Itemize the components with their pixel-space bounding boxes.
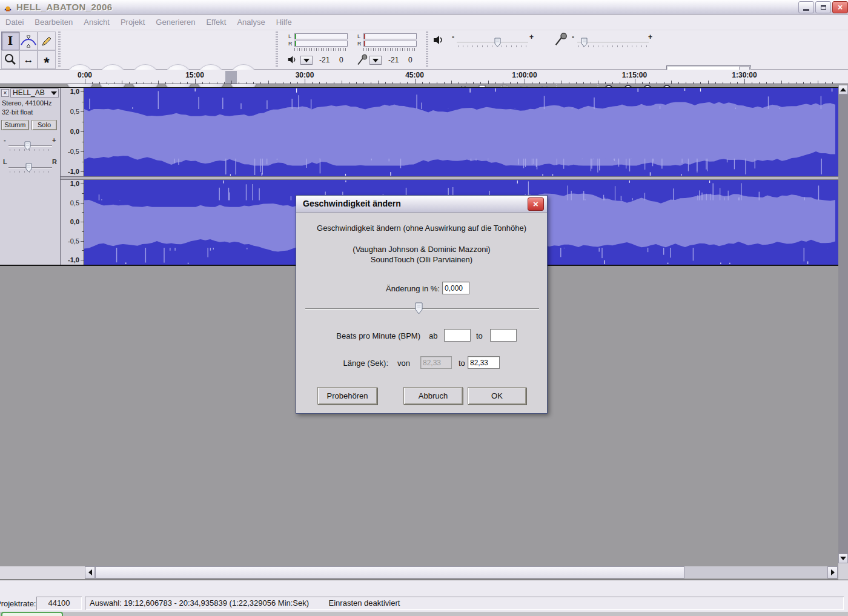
hscroll-left-button[interactable]: [85, 566, 95, 578]
tempo-slider-thumb[interactable]: [415, 302, 423, 314]
bpm-from-input[interactable]: [444, 329, 471, 342]
status-bar: Projektrate: 44100 Auswahl: 19:12,606783…: [0, 580, 848, 612]
output-meter-right-label: R: [288, 41, 293, 47]
percent-change-input[interactable]: [442, 282, 469, 294]
output-volume-plus: +: [529, 33, 534, 41]
selection-status-text: Auswahl: 19:12,606783 - 20:34,935839 (1:…: [90, 598, 309, 608]
input-meter-left-label: L: [357, 34, 360, 39]
output-meter-db-zero: 0: [339, 56, 343, 64]
toolbar-gripper[interactable]: [426, 31, 428, 68]
menu-datei[interactable]: Datei: [0, 15, 29, 30]
menu-analyse[interactable]: Analyse: [231, 15, 270, 30]
bpm-to-label: to: [476, 331, 483, 340]
close-button[interactable]: ×: [832, 1, 848, 13]
track-control-panel: × HELL_AB Stereo, 44100Hz 32-bit float S…: [0, 88, 61, 265]
output-meter-bar-left[interactable]: [294, 33, 348, 39]
bpm-to-input[interactable]: [490, 329, 517, 342]
solo-button[interactable]: Solo: [31, 120, 57, 130]
vscroll-track[interactable]: [838, 94, 848, 554]
timeline-label: 0:00: [78, 71, 92, 79]
slider-thumb[interactable]: [494, 38, 501, 47]
multi-tool-icon: *: [44, 54, 49, 66]
pan-slider[interactable]: [8, 163, 52, 173]
dialog-titlebar[interactable]: Geschwindigkeit ändern ×: [296, 196, 547, 213]
mute-button[interactable]: Stumm: [1, 120, 29, 130]
track-name-button[interactable]: HELL_AB: [10, 88, 59, 98]
timeline-label: 1:00:00: [512, 71, 537, 79]
length-to-input[interactable]: [468, 356, 500, 369]
timeline-ruler[interactable]: 0:0015:0030:0045:001:00:001:15:001:30:00: [0, 70, 848, 84]
length-label: Länge (Sek):: [296, 359, 388, 368]
maximize-icon: [821, 5, 826, 10]
maximize-button[interactable]: [815, 1, 831, 13]
envelope-tool-button[interactable]: [19, 31, 38, 50]
cancel-button[interactable]: Abbruch: [403, 387, 463, 405]
toolbar: I ↔ *: [0, 30, 848, 70]
slider-thumb[interactable]: [581, 38, 588, 47]
timeline-label: 1:30:00: [732, 71, 757, 79]
output-volume-slider[interactable]: [457, 38, 528, 47]
timeline-label: 30:00: [296, 71, 314, 79]
minimize-button[interactable]: [798, 1, 814, 13]
gain-minus-label: -: [4, 136, 6, 144]
hscroll-thumb[interactable]: [95, 566, 684, 578]
input-meter-right-label: R: [357, 41, 362, 47]
timeline-label: 1:15:00: [622, 71, 647, 79]
timeline-label: 45:00: [405, 71, 424, 79]
hscroll-right-button[interactable]: [827, 566, 838, 578]
waveform-channel1[interactable]: [84, 88, 838, 176]
toolbar-gripper[interactable]: [58, 31, 61, 68]
output-meter-dropdown[interactable]: [300, 56, 313, 65]
menu-bearbeiten[interactable]: Bearbeiten: [29, 15, 78, 30]
selection-tool-button[interactable]: I: [1, 31, 19, 50]
multi-tool-button[interactable]: *: [38, 50, 56, 69]
menu-effekt[interactable]: Effekt: [200, 15, 231, 30]
pan-left-label: L: [3, 158, 7, 165]
menu-ansicht[interactable]: Ansicht: [78, 15, 115, 30]
taskbar-button[interactable]: [1, 612, 63, 616]
scroll-right-icon: [831, 569, 835, 575]
menu-projekt[interactable]: Projekt: [115, 15, 150, 30]
dropdown-arrow-icon: [373, 59, 379, 62]
snap-status-text: Einrasten deaktiviert: [329, 598, 400, 608]
menu-hilfe[interactable]: Hilfe: [271, 15, 297, 30]
input-meter-bar-right[interactable]: [363, 41, 417, 47]
tools-toolbar: I ↔ *: [1, 31, 56, 69]
vertical-ruler-channel2: 1,00,50,0-0,5-1,0: [61, 180, 84, 265]
dropdown-arrow-icon: [51, 91, 57, 95]
toolbar-gripper[interactable]: [276, 31, 278, 68]
ruler-label: 1,0: [70, 180, 79, 187]
gain-slider[interactable]: [8, 141, 52, 151]
draw-tool-button[interactable]: [38, 31, 56, 50]
output-meter-bar-right[interactable]: [294, 41, 348, 47]
audacity-window: HELL_ABATON_2006 × DateiBearbeitenAnsich…: [0, 0, 848, 616]
waveform-graphic: [84, 88, 838, 176]
length-from-input: [420, 356, 452, 369]
magnifier-icon: [4, 53, 17, 67]
input-meter-bar-left[interactable]: [363, 33, 417, 39]
slider-thumb[interactable]: [25, 163, 32, 173]
envelope-icon: [21, 35, 36, 48]
ruler-label: 0,0: [70, 218, 79, 225]
slider-thumb[interactable]: [24, 141, 31, 151]
project-rate-label: Projektrate:: [0, 599, 36, 608]
ruler-label: 0,5: [70, 199, 79, 207]
dialog-close-button[interactable]: ×: [528, 197, 544, 211]
menu-generieren[interactable]: Generieren: [150, 15, 200, 30]
preview-button[interactable]: Probehören: [317, 387, 377, 405]
vscroll-up-button[interactable]: [838, 85, 848, 94]
track-bitdepth-info: 32-bit float: [2, 108, 33, 116]
input-meter-dropdown[interactable]: [369, 56, 382, 65]
zoom-tool-button[interactable]: [1, 50, 19, 69]
timeshift-tool-button[interactable]: ↔: [19, 50, 38, 69]
ruler-label: -1,0: [68, 256, 79, 263]
vscroll-down-button[interactable]: [838, 554, 848, 563]
dialog-description: Geschwindigkeit ändern (ohne Auswirkung …: [296, 224, 547, 233]
project-rate-field[interactable]: 44100: [36, 597, 82, 610]
speaker-icon: [287, 55, 297, 65]
scroll-left-icon: [88, 569, 92, 575]
track-close-button[interactable]: ×: [1, 89, 9, 97]
ok-button[interactable]: OK: [468, 387, 526, 405]
input-volume-slider[interactable]: [577, 38, 649, 47]
output-volume-icon: [432, 34, 445, 46]
